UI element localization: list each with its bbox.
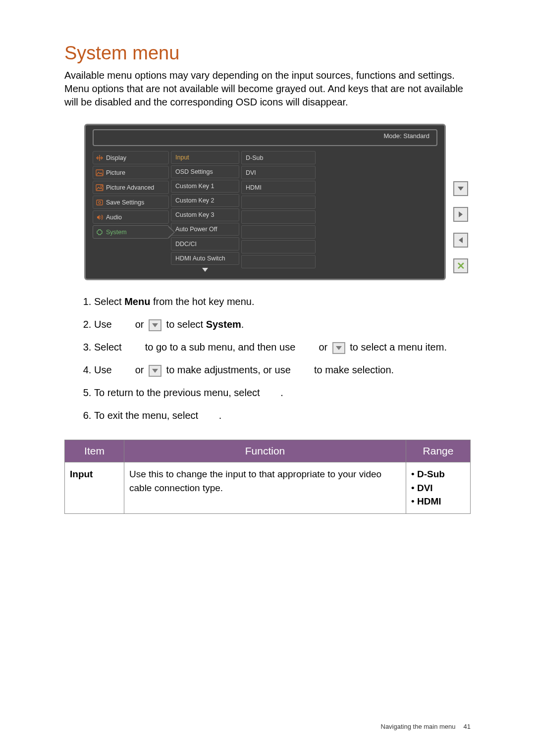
submenu-custom-key-3[interactable]: Custom Key 3 bbox=[171, 208, 239, 221]
osd-submenu: Input OSD Settings Custom Key 1 Custom K… bbox=[171, 151, 239, 274]
tab-system[interactable]: System bbox=[93, 225, 169, 239]
nav-exit-button[interactable]: ✕ bbox=[453, 258, 468, 273]
step-2: Use or to select System. bbox=[94, 317, 471, 332]
osd-panel: Mode: Standard Display Picture bbox=[84, 124, 446, 280]
picture-icon bbox=[95, 169, 104, 177]
tab-label: Save Settings bbox=[106, 199, 144, 206]
svg-rect-3 bbox=[97, 200, 103, 205]
svg-point-2 bbox=[101, 185, 103, 187]
option-empty: . bbox=[241, 225, 316, 239]
spec-table: Item Function Range Input Use this to ch… bbox=[64, 440, 471, 514]
osd-side-buttons: ✕ bbox=[451, 124, 471, 273]
tab-picture-advanced[interactable]: Picture Advanced bbox=[93, 181, 169, 194]
step-4: Use or to make adjustments, or use to ma… bbox=[94, 362, 471, 377]
option-dvi[interactable]: DVI bbox=[241, 166, 316, 179]
cell-item: Input bbox=[65, 462, 124, 514]
nav-left-button[interactable] bbox=[453, 233, 468, 248]
step-3: Select to go to a sub menu, and then use… bbox=[94, 340, 471, 354]
inline-down-icon bbox=[149, 365, 161, 377]
option-d-sub[interactable]: D-Sub bbox=[241, 151, 316, 164]
tab-display[interactable]: Display bbox=[93, 151, 169, 164]
option-empty: . bbox=[241, 240, 316, 253]
save-settings-icon bbox=[95, 199, 104, 206]
osd-main-tabs: Display Picture Picture Advanced bbox=[93, 151, 169, 274]
audio-icon bbox=[95, 213, 104, 221]
step-1: Select Menu from the hot key menu. bbox=[94, 294, 471, 309]
inline-down-icon bbox=[149, 319, 161, 331]
intro-paragraph: Available menu options may vary dependin… bbox=[64, 69, 471, 109]
tab-picture[interactable]: Picture bbox=[93, 166, 169, 179]
osd-preview-area bbox=[318, 151, 437, 274]
tab-audio[interactable]: Audio bbox=[93, 210, 169, 224]
submenu-scroll-down-icon[interactable] bbox=[171, 266, 239, 274]
tab-label: Display bbox=[106, 154, 126, 161]
osd-mode-label: Mode: Standard bbox=[383, 132, 429, 140]
submenu-ddc-ci[interactable]: DDC/CI bbox=[171, 237, 239, 250]
th-range: Range bbox=[406, 440, 471, 462]
nav-right-button[interactable] bbox=[453, 207, 468, 222]
step-6: To exit the menu, select . bbox=[94, 408, 471, 423]
cell-function: Use this to change the input to that app… bbox=[124, 462, 406, 514]
submenu-osd-settings[interactable]: OSD Settings bbox=[171, 165, 239, 178]
cell-range: • D-Sub • DVI • HDMI bbox=[406, 462, 471, 514]
instruction-steps: Select Menu from the hot key menu. Use o… bbox=[94, 294, 471, 423]
tab-label: Picture Advanced bbox=[106, 184, 154, 191]
th-item: Item bbox=[65, 440, 124, 462]
submenu-input[interactable]: Input bbox=[171, 151, 239, 164]
page-footer: Navigating the main menu41 bbox=[381, 723, 471, 730]
osd-options: D-Sub DVI HDMI . . . . . bbox=[241, 151, 316, 274]
nav-down-button[interactable] bbox=[453, 181, 468, 196]
option-empty: . bbox=[241, 255, 316, 268]
table-row: Input Use this to change the input to th… bbox=[65, 462, 471, 514]
page-title: System menu bbox=[64, 43, 471, 64]
inline-down-icon bbox=[332, 342, 345, 354]
display-icon bbox=[95, 154, 104, 162]
svg-point-4 bbox=[99, 201, 101, 203]
option-empty: . bbox=[241, 210, 316, 224]
submenu-auto-power-off[interactable]: Auto Power Off bbox=[171, 223, 239, 236]
system-icon bbox=[95, 228, 104, 236]
tab-label: Picture bbox=[106, 169, 125, 176]
tab-label: Audio bbox=[106, 214, 122, 221]
option-hdmi[interactable]: HDMI bbox=[241, 181, 316, 194]
th-function: Function bbox=[124, 440, 406, 462]
tab-label: System bbox=[106, 229, 127, 236]
tab-save-settings[interactable]: Save Settings bbox=[93, 196, 169, 209]
submenu-hdmi-auto-switch[interactable]: HDMI Auto Switch bbox=[171, 252, 239, 265]
step-5: To return to the previous menu, select . bbox=[94, 385, 471, 400]
svg-rect-0 bbox=[96, 170, 103, 176]
submenu-custom-key-2[interactable]: Custom Key 2 bbox=[171, 194, 239, 207]
submenu-custom-key-1[interactable]: Custom Key 1 bbox=[171, 180, 239, 193]
picture-advanced-icon bbox=[95, 184, 104, 192]
option-empty: . bbox=[241, 196, 316, 209]
